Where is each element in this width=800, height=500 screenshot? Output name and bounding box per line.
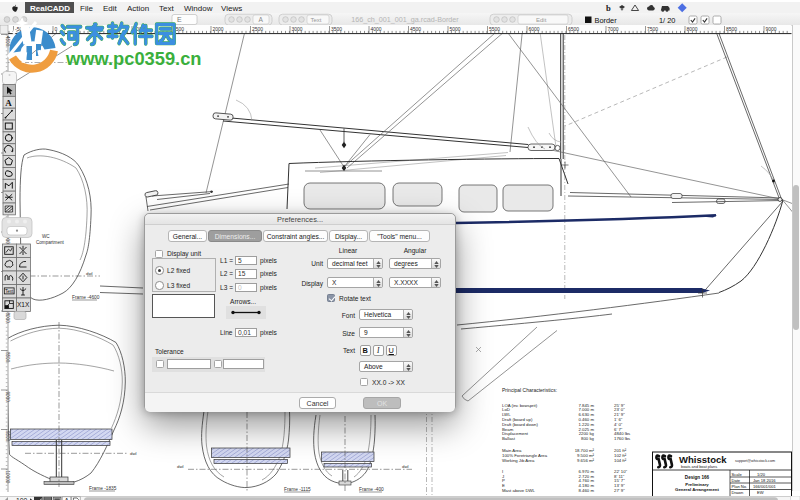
- svg-text:WC: WC: [42, 234, 50, 239]
- svg-text:7000: 7000: [608, 26, 619, 32]
- svg-text:5000: 5000: [450, 26, 461, 32]
- svg-text:5500: 5500: [489, 26, 500, 32]
- svg-text:3500: 3500: [331, 26, 342, 32]
- svg-text:support@whisstock.com: support@whisstock.com: [735, 459, 775, 463]
- svg-text:104 ft²: 104 ft²: [614, 458, 627, 463]
- svg-text:Edit: Edit: [536, 17, 547, 23]
- svg-text:Text: Text: [5, 289, 14, 294]
- svg-text:dwl: dwl: [177, 464, 184, 469]
- svg-text:166/001/001: 166/001/001: [753, 484, 776, 489]
- svg-text:Border: Border: [595, 16, 618, 25]
- svg-text:1/20: 1/20: [757, 472, 766, 477]
- svg-text:800 kg: 800 kg: [581, 436, 595, 441]
- svg-text:Jan 18 2016: Jan 18 2016: [753, 478, 776, 483]
- svg-text:Principal Characteristics:: Principal Characteristics:: [502, 387, 557, 393]
- svg-text:9500: 9500: [5, 431, 10, 442]
- svg-text:X1X: X1X: [17, 301, 30, 308]
- svg-text:6500: 6500: [568, 26, 579, 32]
- svg-text:8000: 8000: [687, 26, 698, 32]
- svg-text:3000: 3000: [292, 26, 303, 32]
- svg-text:9000: 9000: [5, 392, 10, 403]
- svg-text:10000: 10000: [5, 471, 10, 484]
- svg-text:Text: Text: [311, 17, 322, 23]
- svg-text:www.pc0359.cn: www.pc0359.cn: [65, 48, 201, 69]
- svg-text:Date: Date: [732, 478, 741, 483]
- svg-text:dwl: dwl: [86, 271, 93, 276]
- svg-text:9.656 m²: 9.656 m²: [577, 458, 595, 463]
- svg-text:A: A: [5, 98, 12, 108]
- svg-text:9000: 9000: [766, 26, 777, 32]
- svg-text:Frame -4600: Frame -4600: [72, 295, 100, 300]
- svg-text:4500: 4500: [410, 26, 421, 32]
- svg-text:dwl: dwl: [130, 451, 137, 456]
- svg-text:1/ 20: 1/ 20: [659, 16, 675, 25]
- svg-text:dwl: dwl: [402, 464, 409, 469]
- svg-text:Plan No.: Plan No.: [732, 484, 748, 489]
- svg-text:boats and boat plans: boats and boat plans: [681, 464, 717, 469]
- svg-text:Working Jib Area: Working Jib Area: [502, 458, 535, 463]
- svg-text:Scale: Scale: [732, 472, 743, 477]
- svg-text:166_ch_001_001_ga.rcad-Border: 166_ch_001_001_ga.rcad-Border: [351, 15, 459, 24]
- svg-text:6000: 6000: [529, 26, 540, 32]
- svg-text:4000: 4000: [371, 26, 382, 32]
- svg-text:7500: 7500: [647, 26, 658, 32]
- svg-text:8500: 8500: [726, 26, 737, 32]
- svg-text:1760 lbs: 1760 lbs: [614, 436, 630, 441]
- svg-text:Ballast: Ballast: [502, 436, 516, 441]
- svg-text:Design 166: Design 166: [685, 475, 710, 480]
- svg-text:Compartment: Compartment: [36, 240, 65, 245]
